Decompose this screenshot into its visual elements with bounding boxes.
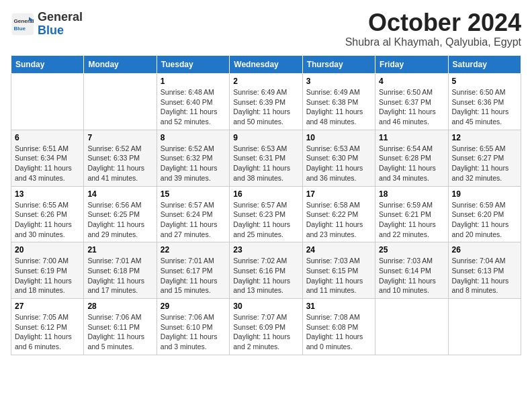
day-of-week-monday: Monday [84,56,157,74]
day-detail: Sunrise: 6:50 AM Sunset: 6:36 PM Dayligh… [452,87,517,127]
day-number: 13 [15,189,80,199]
day-number: 4 [379,77,444,86]
calendar-cell: 21Sunrise: 7:01 AM Sunset: 6:18 PM Dayli… [84,242,157,299]
day-detail: Sunrise: 7:03 AM Sunset: 6:15 PM Dayligh… [306,256,371,295]
day-number: 5 [452,77,517,86]
calendar-cell: 19Sunrise: 6:59 AM Sunset: 6:20 PM Dayli… [448,186,521,242]
day-number: 12 [452,133,517,142]
day-detail: Sunrise: 6:56 AM Sunset: 6:25 PM Dayligh… [87,200,152,240]
day-detail: Sunrise: 7:01 AM Sunset: 6:17 PM Dayligh… [161,256,226,295]
calendar-cell: 5Sunrise: 6:50 AM Sunset: 6:36 PM Daylig… [448,74,521,130]
day-detail: Sunrise: 7:02 AM Sunset: 6:16 PM Dayligh… [233,256,298,295]
calendar-cell: 12Sunrise: 6:55 AM Sunset: 6:27 PM Dayli… [448,130,521,186]
calendar-cell: 13Sunrise: 6:55 AM Sunset: 6:26 PM Dayli… [11,186,84,242]
calendar-cell: 16Sunrise: 6:57 AM Sunset: 6:23 PM Dayli… [230,186,302,242]
day-detail: Sunrise: 7:05 AM Sunset: 6:12 PM Dayligh… [15,312,80,352]
day-of-week-tuesday: Tuesday [157,56,229,74]
calendar-cell [84,74,157,130]
calendar-cell: 23Sunrise: 7:02 AM Sunset: 6:16 PM Dayli… [230,242,302,299]
day-detail: Sunrise: 6:55 AM Sunset: 6:27 PM Dayligh… [452,144,517,183]
logo-blue-text: Blue [38,24,64,37]
calendar-cell: 11Sunrise: 6:54 AM Sunset: 6:28 PM Dayli… [375,130,448,186]
day-number: 15 [161,189,226,199]
day-number: 26 [452,245,517,255]
location-title: Shubra al Khaymah, Qalyubia, Egypt [345,36,521,48]
day-of-week-friday: Friday [375,56,448,74]
calendar-header-row: SundayMondayTuesdayWednesdayThursdayFrid… [11,56,521,74]
calendar-cell: 22Sunrise: 7:01 AM Sunset: 6:17 PM Dayli… [157,242,229,299]
calendar-cell [448,299,521,355]
day-number: 2 [233,77,298,86]
day-detail: Sunrise: 6:55 AM Sunset: 6:26 PM Dayligh… [15,200,80,240]
day-detail: Sunrise: 7:06 AM Sunset: 6:10 PM Dayligh… [161,312,226,352]
day-of-week-saturday: Saturday [448,56,521,74]
day-number: 22 [161,245,226,255]
calendar-cell: 1Sunrise: 6:48 AM Sunset: 6:40 PM Daylig… [157,74,229,130]
day-detail: Sunrise: 6:58 AM Sunset: 6:22 PM Dayligh… [306,200,371,240]
calendar-week-4: 20Sunrise: 7:00 AM Sunset: 6:19 PM Dayli… [11,242,521,299]
calendar-cell: 17Sunrise: 6:58 AM Sunset: 6:22 PM Dayli… [302,186,375,242]
day-detail: Sunrise: 6:59 AM Sunset: 6:20 PM Dayligh… [452,200,517,240]
logo-icon: General Blue [11,12,35,36]
day-detail: Sunrise: 7:07 AM Sunset: 6:09 PM Dayligh… [233,312,298,352]
calendar-week-2: 6Sunrise: 6:51 AM Sunset: 6:34 PM Daylig… [11,130,521,186]
day-number: 18 [379,189,444,199]
calendar-cell: 29Sunrise: 7:06 AM Sunset: 6:10 PM Dayli… [157,299,229,355]
day-number: 1 [161,77,226,86]
day-number: 31 [306,302,371,311]
day-detail: Sunrise: 6:50 AM Sunset: 6:37 PM Dayligh… [379,87,444,127]
day-detail: Sunrise: 6:51 AM Sunset: 6:34 PM Dayligh… [15,144,80,183]
calendar-cell: 14Sunrise: 6:56 AM Sunset: 6:25 PM Dayli… [84,186,157,242]
calendar-cell: 15Sunrise: 6:57 AM Sunset: 6:24 PM Dayli… [157,186,229,242]
calendar-cell: 3Sunrise: 6:49 AM Sunset: 6:38 PM Daylig… [302,74,375,130]
day-detail: Sunrise: 6:59 AM Sunset: 6:21 PM Dayligh… [379,200,444,240]
day-number: 3 [306,77,371,86]
calendar-cell: 27Sunrise: 7:05 AM Sunset: 6:12 PM Dayli… [11,299,84,355]
day-number: 21 [87,245,152,255]
day-number: 20 [15,245,80,255]
day-number: 24 [306,245,371,255]
day-detail: Sunrise: 7:00 AM Sunset: 6:19 PM Dayligh… [15,256,80,295]
day-detail: Sunrise: 7:03 AM Sunset: 6:14 PM Dayligh… [379,256,444,295]
day-number: 6 [15,133,80,142]
month-title: October 2024 [345,11,521,35]
calendar-cell: 4Sunrise: 6:50 AM Sunset: 6:37 PM Daylig… [375,74,448,130]
calendar-cell: 8Sunrise: 6:52 AM Sunset: 6:32 PM Daylig… [157,130,229,186]
day-detail: Sunrise: 7:08 AM Sunset: 6:08 PM Dayligh… [306,312,371,352]
calendar-week-5: 27Sunrise: 7:05 AM Sunset: 6:12 PM Dayli… [11,299,521,355]
day-number: 29 [161,302,226,311]
calendar-week-1: 1Sunrise: 6:48 AM Sunset: 6:40 PM Daylig… [11,74,521,130]
day-of-week-sunday: Sunday [11,56,84,74]
day-number: 10 [306,133,371,142]
day-number: 16 [233,189,298,199]
page-header: General Blue General Blue October 2024 S… [11,11,521,48]
calendar-cell: 26Sunrise: 7:04 AM Sunset: 6:13 PM Dayli… [448,242,521,299]
day-number: 9 [233,133,298,142]
logo-general-text: General [38,10,83,24]
calendar-cell: 31Sunrise: 7:08 AM Sunset: 6:08 PM Dayli… [302,299,375,355]
day-detail: Sunrise: 6:53 AM Sunset: 6:31 PM Dayligh… [233,144,298,183]
calendar-cell: 7Sunrise: 6:52 AM Sunset: 6:33 PM Daylig… [84,130,157,186]
day-detail: Sunrise: 6:57 AM Sunset: 6:23 PM Dayligh… [233,200,298,240]
calendar-table: SundayMondayTuesdayWednesdayThursdayFrid… [11,55,521,355]
day-number: 30 [233,302,298,311]
calendar-cell: 24Sunrise: 7:03 AM Sunset: 6:15 PM Dayli… [302,242,375,299]
day-number: 7 [87,133,152,142]
calendar-cell: 18Sunrise: 6:59 AM Sunset: 6:21 PM Dayli… [375,186,448,242]
day-number: 28 [87,302,152,311]
title-block: October 2024 Shubra al Khaymah, Qalyubia… [345,11,521,48]
day-detail: Sunrise: 6:54 AM Sunset: 6:28 PM Dayligh… [379,144,444,183]
day-detail: Sunrise: 7:06 AM Sunset: 6:11 PM Dayligh… [87,312,152,352]
day-detail: Sunrise: 7:04 AM Sunset: 6:13 PM Dayligh… [452,256,517,295]
day-detail: Sunrise: 6:52 AM Sunset: 6:33 PM Dayligh… [87,144,152,183]
day-detail: Sunrise: 7:01 AM Sunset: 6:18 PM Dayligh… [87,256,152,295]
calendar-cell: 2Sunrise: 6:49 AM Sunset: 6:39 PM Daylig… [230,74,302,130]
calendar-cell: 9Sunrise: 6:53 AM Sunset: 6:31 PM Daylig… [230,130,302,186]
logo: General Blue General Blue [11,11,83,38]
calendar-cell [375,299,448,355]
day-number: 19 [452,189,517,199]
calendar-week-3: 13Sunrise: 6:55 AM Sunset: 6:26 PM Dayli… [11,186,521,242]
calendar-cell: 28Sunrise: 7:06 AM Sunset: 6:11 PM Dayli… [84,299,157,355]
day-detail: Sunrise: 6:48 AM Sunset: 6:40 PM Dayligh… [161,87,226,127]
day-number: 25 [379,245,444,255]
